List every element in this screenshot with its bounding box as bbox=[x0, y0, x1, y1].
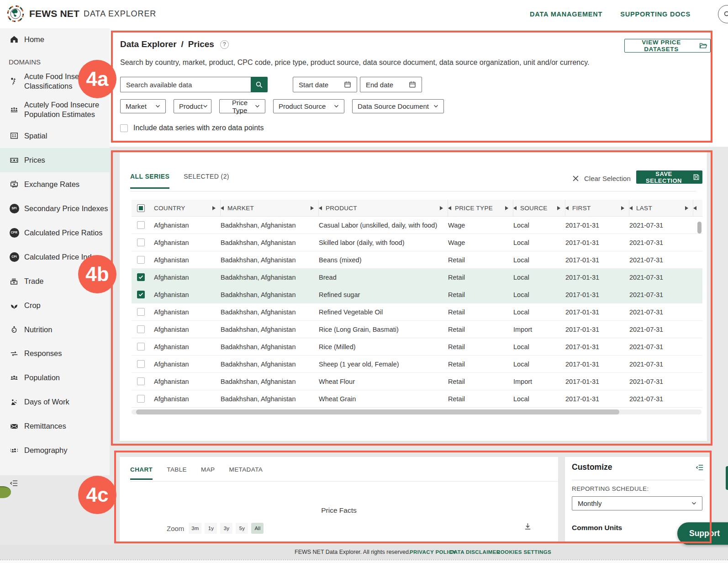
zoom-3m[interactable]: 3m bbox=[189, 523, 201, 534]
panel-collapse-icon[interactable] bbox=[695, 463, 704, 472]
triangle-right-icon[interactable] bbox=[621, 206, 624, 210]
triangle-left-icon[interactable] bbox=[319, 206, 322, 210]
zero-data-checkbox-row[interactable]: Include data series with zero data point… bbox=[120, 124, 264, 132]
sidebar-item-days-of-work[interactable]: Days of Work bbox=[0, 390, 110, 414]
filter-price-type[interactable]: Price Type bbox=[219, 99, 265, 113]
footer-link-privacy-policy[interactable]: PRIVACY POLICY bbox=[410, 549, 456, 555]
tab-all-series[interactable]: ALL SERIES bbox=[130, 173, 169, 189]
tab-metadata[interactable]: METADATA bbox=[229, 466, 263, 480]
reporting-schedule-select[interactable]: Monthly bbox=[572, 496, 702, 510]
sidebar-item-home[interactable]: Home bbox=[0, 28, 110, 51]
vertical-scrollbar-thumb[interactable] bbox=[697, 222, 702, 234]
sidebar-item-demography[interactable]: Demography bbox=[0, 438, 110, 462]
sidebar-collapse-button[interactable] bbox=[5, 476, 22, 490]
sidebar-item-remittances[interactable]: Remittances bbox=[0, 414, 110, 438]
zoom-1y[interactable]: 1y bbox=[205, 523, 217, 534]
row-checkbox[interactable] bbox=[137, 325, 145, 333]
zoom-3y[interactable]: 3y bbox=[220, 523, 232, 534]
table-row[interactable]: AfghanistanBadakhshan, AfghanistanBeans … bbox=[132, 251, 702, 269]
row-checkbox[interactable] bbox=[137, 395, 145, 403]
triangle-right-icon[interactable] bbox=[685, 206, 688, 210]
sidebar-item-exchange-rates[interactable]: Exchange Rates bbox=[0, 172, 110, 197]
nav-supporting-docs[interactable]: SUPPORTING DOCS bbox=[620, 11, 691, 18]
sidebar-item-population[interactable]: Population bbox=[0, 366, 110, 390]
zoom-5y[interactable]: 5y bbox=[236, 523, 248, 534]
row-checkbox[interactable] bbox=[137, 291, 145, 298]
save-selection-button[interactable]: SAVE SELECTION bbox=[636, 170, 702, 184]
column-header-last[interactable]: LAST bbox=[629, 200, 693, 216]
column-header-product[interactable]: PRODUCT bbox=[319, 200, 448, 216]
column-header-country[interactable]: COUNTRY bbox=[154, 200, 221, 216]
sidebar-item-responses[interactable]: Responses bbox=[0, 341, 110, 366]
nav-data-management[interactable]: DATA MANAGEMENT bbox=[530, 11, 602, 18]
table-row[interactable]: AfghanistanBadakhshan, AfghanistanRefine… bbox=[132, 303, 702, 321]
select-all-checkbox[interactable] bbox=[137, 204, 145, 212]
triangle-right-icon[interactable] bbox=[440, 206, 443, 210]
triangle-right-icon[interactable] bbox=[557, 206, 560, 210]
table-row[interactable]: AfghanistanBadakhshan, AfghanistanRice (… bbox=[132, 338, 702, 356]
table-row[interactable]: AfghanistanBadakhshan, AfghanistanWheat … bbox=[132, 390, 702, 408]
zoom-all[interactable]: All bbox=[251, 523, 264, 534]
footer-link-data-disclaimer[interactable]: DATA DISCLAIMER bbox=[450, 549, 501, 555]
sidebar-item-calculated-price-ratios[interactable]: CPRCalculated Price Ratios bbox=[0, 221, 110, 245]
column-header-price-type[interactable]: PRICE TYPE bbox=[448, 200, 513, 216]
clear-selection-button[interactable]: Clear Selection bbox=[572, 175, 631, 182]
tab-chart[interactable]: CHART bbox=[130, 466, 153, 480]
triangle-left-icon[interactable] bbox=[221, 206, 224, 210]
sidebar-item-trade[interactable]: Trade bbox=[0, 269, 110, 293]
sidebar-item-secondary-price-indexes[interactable]: SPISecondary Price Indexes bbox=[0, 197, 110, 221]
row-checkbox[interactable] bbox=[137, 377, 145, 385]
table-row[interactable]: AfghanistanBadakhshan, AfghanistanSheep … bbox=[132, 356, 702, 373]
table-row[interactable]: AfghanistanBadakhshan, AfghanistanBreadR… bbox=[132, 269, 702, 286]
column-header-first[interactable]: FIRST bbox=[565, 200, 629, 216]
header-search-button[interactable] bbox=[718, 5, 728, 23]
sidebar-item-acutely-food-insecure-population-estimates[interactable]: Acutely Food Insecure Population Estimat… bbox=[0, 96, 110, 124]
horizontal-scrollbar-thumb[interactable] bbox=[136, 409, 619, 414]
tab-map[interactable]: MAP bbox=[201, 466, 215, 480]
column-header-market[interactable]: MARKET bbox=[221, 200, 319, 216]
breadcrumb-root[interactable]: Data Explorer bbox=[120, 39, 177, 49]
filter-data-source-document[interactable]: Data Source Document bbox=[352, 99, 444, 113]
filter-product[interactable]: Product bbox=[174, 99, 211, 113]
triangle-left-icon[interactable] bbox=[565, 206, 569, 210]
sidebar-item-prices[interactable]: Prices bbox=[0, 148, 110, 172]
search-button[interactable] bbox=[251, 77, 268, 92]
right-edge-tab[interactable] bbox=[726, 466, 728, 490]
fews-net-logo[interactable]: FEWS NET DATA EXPLORER bbox=[6, 5, 156, 23]
row-checkbox[interactable] bbox=[137, 273, 145, 281]
row-checkbox[interactable] bbox=[137, 308, 145, 316]
sidebar-item-spatial[interactable]: Spatial bbox=[0, 124, 110, 148]
triangle-left-icon[interactable] bbox=[513, 206, 517, 210]
filter-product-source[interactable]: Product Source bbox=[273, 99, 344, 113]
triangle-right-icon[interactable] bbox=[311, 206, 314, 210]
tab-selected-2[interactable]: SELECTED (2) bbox=[184, 173, 229, 189]
tab-table[interactable]: TABLE bbox=[167, 466, 187, 480]
filter-market[interactable]: Market bbox=[120, 99, 166, 113]
column-header-source[interactable]: SOURCE bbox=[513, 200, 565, 216]
triangle-left-icon[interactable] bbox=[693, 206, 696, 210]
view-price-datasets-button[interactable]: VIEW PRICE DATASETS bbox=[624, 39, 711, 53]
search-input[interactable] bbox=[120, 77, 251, 92]
table-row[interactable]: AfghanistanBadakhshan, AfghanistanSkille… bbox=[132, 234, 702, 251]
table-row[interactable]: AfghanistanBadakhshan, AfghanistanWheat … bbox=[132, 373, 702, 390]
triangle-right-icon[interactable] bbox=[505, 206, 508, 210]
sidebar-item-crop[interactable]: Crop bbox=[0, 293, 110, 318]
triangle-left-icon[interactable] bbox=[448, 206, 451, 210]
table-row[interactable]: AfghanistanBadakhshan, AfghanistanCasual… bbox=[132, 217, 702, 234]
triangle-right-icon[interactable] bbox=[212, 206, 216, 210]
table-row[interactable]: AfghanistanBadakhshan, AfghanistanRice (… bbox=[132, 321, 702, 338]
sidebar-item-nutrition[interactable]: Nutrition bbox=[0, 318, 110, 342]
download-icon[interactable] bbox=[521, 522, 534, 532]
help-icon[interactable]: ? bbox=[220, 40, 229, 49]
column-header-partial[interactable] bbox=[693, 200, 702, 216]
row-checkbox[interactable] bbox=[137, 343, 145, 351]
zero-data-checkbox[interactable] bbox=[120, 124, 128, 132]
footer-link-cookies-settings[interactable]: COOKIES SETTINGS bbox=[496, 549, 551, 555]
start-date-field[interactable]: Start date bbox=[293, 77, 357, 92]
sidebar-item-calculated-price-index[interactable]: CPICalculated Price Index bbox=[0, 245, 110, 269]
support-button[interactable]: Support bbox=[677, 522, 728, 545]
table-row[interactable]: AfghanistanBadakhshan, AfghanistanRefine… bbox=[132, 286, 702, 303]
row-checkbox[interactable] bbox=[137, 221, 145, 229]
row-checkbox[interactable] bbox=[137, 256, 145, 264]
end-date-field[interactable]: End date bbox=[360, 77, 422, 92]
